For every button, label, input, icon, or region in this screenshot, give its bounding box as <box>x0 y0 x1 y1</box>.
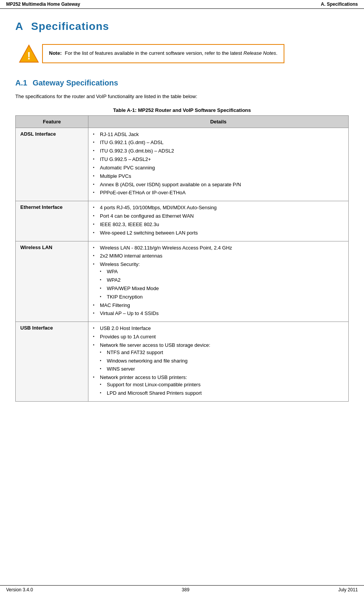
sub-list-item: WPA2 <box>100 277 344 284</box>
sub-list-item: TKIP Encryption <box>100 294 344 301</box>
col-feature: Feature <box>16 115 88 128</box>
sub-list-item: Windows networking and file sharing <box>100 358 344 365</box>
sub-list-item: LPD and Microsoft Shared Printers suppor… <box>100 390 344 397</box>
list-item: IEEE 802.3, IEEEE 802.3u <box>93 221 344 228</box>
feature-cell: Ethernet Interface <box>16 201 88 241</box>
note-text: For the list of features available in th… <box>65 50 243 56</box>
list-item: Automatic PVC scanning <box>93 164 344 172</box>
svg-text:!: ! <box>27 50 30 62</box>
table-row: ADSL InterfaceRJ-11 ADSL JackITU G.992.1… <box>16 128 349 201</box>
list-item: MAC Filtering <box>93 302 344 309</box>
table-header-row: Feature Details <box>16 115 349 128</box>
list-item: ITU G.992.1 (G.dmt) – ADSL <box>93 139 344 146</box>
table-row: Ethernet Interface4 ports RJ-45, 10/100M… <box>16 201 349 241</box>
warning-icon-container: ! <box>15 44 42 63</box>
sub-list-item: Support for most Linux-compatible printe… <box>100 381 344 389</box>
page-header: MP252 Multimedia Home Gateway A. Specifi… <box>0 0 364 9</box>
warning-triangle-icon: ! <box>18 44 39 63</box>
details-cell: RJ-11 ADSL JackITU G.992.1 (G.dmt) – ADS… <box>88 128 349 201</box>
list-item: Wire-speed L2 switching between LAN port… <box>93 230 344 237</box>
note-label: Note: <box>49 50 62 56</box>
list-item: Port 4 can be configured as Ethernet WAN <box>93 213 344 220</box>
col-details: Details <box>88 115 349 128</box>
page-footer: Version 3.4.0 389 July 2011 <box>0 585 364 594</box>
footer-date: July 2011 <box>338 587 358 592</box>
details-cell: USB 2.0 Host InterfaceProvides up to 1A … <box>88 322 349 402</box>
table-row: USB InterfaceUSB 2.0 Host InterfaceProvi… <box>16 322 349 402</box>
list-item: Wireless LAN - 802.11b/g/n Wireless Acce… <box>93 244 344 252</box>
list-item: Multiple PVCs <box>93 173 344 180</box>
table-title: Table A-1: MP252 Router and VoIP Softwar… <box>15 107 349 113</box>
note-italic-text: Release Notes <box>243 50 276 56</box>
feature-cell: Wireless LAN <box>16 241 88 322</box>
note-content: Note:For the list of features available … <box>42 44 284 63</box>
note-box: ! Note:For the list of features availabl… <box>15 44 329 63</box>
main-content: ASpecifications ! Note:For the list of f… <box>0 9 364 413</box>
details-cell: 4 ports RJ-45, 10/100Mbps, MDI/MDIX Auto… <box>88 201 349 241</box>
list-item: Annex B (ADSL over ISDN) support availab… <box>93 181 344 189</box>
table-row: Wireless LANWireless LAN - 802.11b/g/n W… <box>16 241 349 322</box>
section-heading: A.1Gateway Specifications <box>15 79 349 87</box>
sub-list-item: WPA/WEP Mixed Mode <box>100 285 344 292</box>
details-cell: Wireless LAN - 802.11b/g/n Wireless Acce… <box>88 241 349 322</box>
sub-list-item: WINS server <box>100 366 344 373</box>
list-item: Provides up to 1A current <box>93 333 344 341</box>
list-item: Network file server access to USB storag… <box>93 342 344 373</box>
feature-cell: USB Interface <box>16 322 88 402</box>
list-item: PPPoE-over-ETHoA or IP-over-ETHoA <box>93 189 344 197</box>
list-item: 2x2 MIMO internal antennas <box>93 253 344 260</box>
header-right: A. Specifications <box>321 2 358 7</box>
list-item: ITU G.992.3 (G.dmt.bis) – ADSL2 <box>93 148 344 155</box>
list-item: 4 ports RJ-45, 10/100Mbps, MDI/MDIX Auto… <box>93 204 344 212</box>
list-item: Wireless Security:WPAWPA2WPA/WEP Mixed M… <box>93 261 344 300</box>
list-item: USB 2.0 Host Interface <box>93 325 344 332</box>
specs-table: Feature Details ADSL InterfaceRJ-11 ADSL… <box>15 115 349 402</box>
feature-cell: ADSL Interface <box>16 128 88 201</box>
footer-version: Version 3.4.0 <box>6 587 33 592</box>
list-item: RJ-11 ADSL Jack <box>93 131 344 138</box>
chapter-title: ASpecifications <box>15 20 349 33</box>
note-text-end: . <box>276 50 277 56</box>
list-item: Network printer access to USB printers:S… <box>93 374 344 397</box>
chapter-title-text: Specifications <box>31 20 109 32</box>
section-title: Gateway Specifications <box>33 79 118 87</box>
chapter-letter: A <box>15 20 23 32</box>
header-left: MP252 Multimedia Home Gateway <box>6 2 80 7</box>
footer-page: 389 <box>182 587 189 592</box>
sub-list-item: NTFS and FAT32 support <box>100 349 344 356</box>
sub-list-item: WPA <box>100 268 344 276</box>
section-intro: The specifications for the router and Vo… <box>15 93 349 100</box>
list-item: Virtual AP – Up to 4 SSIDs <box>93 310 344 317</box>
list-item: ITU G.992.5 – ADSL2+ <box>93 156 344 163</box>
section-number: A.1 <box>15 79 27 87</box>
